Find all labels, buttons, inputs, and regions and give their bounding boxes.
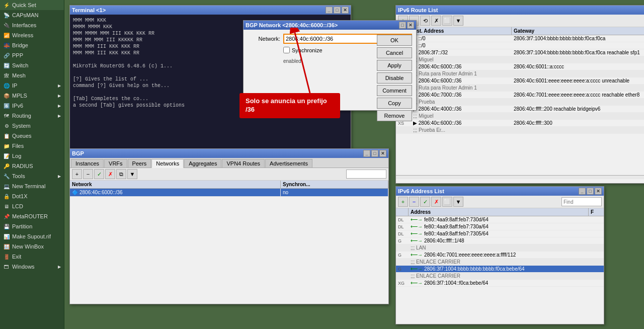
bgp-minimize-btn[interactable]: _ (363, 150, 370, 157)
sidebar-item-dot1x[interactable]: 🔒Dot1X (0, 191, 64, 201)
sidebar-item-files[interactable]: 📁Files (0, 141, 64, 151)
ipv6-addr-enable-btn[interactable]: ✓ (420, 197, 430, 207)
addr-data-row[interactable]: G⟵→2806:40c:7001:eeee:eeee:eeee:a:ffff/1… (396, 252, 604, 259)
sidebar-item-mpls[interactable]: 📦MPLS▶ (0, 91, 64, 101)
dialog-cancel-button[interactable]: Cancel (377, 47, 412, 58)
sidebar-item-bridge[interactable]: 🌉Bridge (0, 40, 64, 50)
terminal-close-btn[interactable]: ✕ (342, 7, 349, 14)
ipv6-addr-search-input[interactable] (561, 197, 602, 206)
sidebar-item-interfaces[interactable]: 🔌Interfaces (0, 20, 64, 30)
terminal-minimize-btn[interactable]: _ (326, 7, 333, 14)
sidebar-item-wireless[interactable]: 📶Wireless (0, 30, 64, 40)
bgp-tab-vpn4-routes[interactable]: VPN4 Routes (222, 159, 265, 168)
addr-data-row[interactable]: G⟵→2806:40c:ffff::1/48 (396, 237, 604, 244)
bgp-network-dialog-maximize-btn[interactable]: □ (399, 22, 406, 29)
route-data-row[interactable]: S▶ 2806:40c:6000::/362806:40c:6001::a:cc… (396, 63, 644, 70)
ipv6-route-btn4[interactable]: ✗ (431, 16, 441, 26)
sidebar-item-mesh[interactable]: 🕸Mesh (0, 70, 64, 80)
sidebar-item-new-winbox[interactable]: 🪟New WinBox (0, 241, 64, 252)
bgp-table-row[interactable]: 🔷2806:40c:6000::/36no (70, 189, 388, 197)
sidebar-item-capsman[interactable]: 📡CAPsMAN (0, 10, 64, 20)
sidebar-item-quick-set[interactable]: ⚡Quick Set (0, 0, 64, 10)
dialog-disable-button[interactable]: Disable (377, 72, 412, 84)
bgp-filter-btn[interactable]: ▼ (127, 169, 137, 179)
route-data-row[interactable]: AS▶ 2806:40c:7000::/362806:40c:7001:eeee… (396, 92, 644, 99)
ipv6-route-filter-btn[interactable]: ▼ (453, 16, 463, 26)
dialog-remove-button[interactable]: Remove (377, 110, 412, 121)
route-data-row[interactable]: DAb▶ 2806:3f7::/322806:3f7:1004:bbbb:bbb… (396, 49, 644, 56)
bgp-tab-advertisements[interactable]: Advertisements (265, 159, 312, 168)
route-data-row[interactable]: AS▶ 2806:40c:4000::/362806:40c:ffff::200… (396, 106, 644, 113)
bgp-disable-btn[interactable]: ✗ (105, 169, 115, 179)
dialog-comment-button[interactable]: Comment (377, 85, 412, 96)
sidebar-item-windows[interactable]: 🗔Windows▶ (0, 262, 64, 272)
ipv6-addr-disable-btn[interactable]: ✗ (431, 197, 441, 207)
capsman-icon: 📡 (3, 12, 10, 19)
sidebar-item-switch[interactable]: 🔄Switch (0, 60, 64, 70)
ppp-icon: 🔗 (3, 52, 10, 59)
addr-row-filter (589, 240, 604, 241)
route-data-row[interactable]: XS▶ 2806:40c:6000::/362806:40c:ffff::300 (396, 120, 644, 127)
bgp-tab-instances[interactable]: Instances (71, 159, 104, 168)
sidebar-item-queues[interactable]: 📋Queues (0, 131, 64, 141)
addr-row-filter (589, 219, 604, 220)
synchronize-checkbox[interactable] (283, 47, 290, 53)
sidebar-item-routing[interactable]: 🗺Routing▶ (0, 111, 64, 121)
sidebar-item-new-terminal[interactable]: 💻New Terminal (0, 181, 64, 191)
sidebar-item-tools[interactable]: 🔧Tools▶ (0, 171, 64, 181)
ipv6-route-btn3[interactable]: ⟲ (420, 16, 430, 26)
bgp-remove-btn[interactable]: − (83, 169, 93, 179)
addr-data-row[interactable]: G⟵→2806:3f7:1004:bbbb:bbbb:bbbb:f0ca:beb… (396, 266, 604, 273)
route-data-row[interactable]: DAb▶ ::/0 (396, 42, 644, 49)
route-row-dst: ▶ ::/0 (411, 42, 512, 49)
bgp-copy-btn[interactable]: ⧉ (116, 169, 126, 179)
addr-data-row[interactable]: DL⟵→fe80::4aa9:8aff:feb7:730a/64 (396, 223, 604, 230)
sidebar-item-ppp[interactable]: 🔗PPP (0, 50, 64, 60)
sidebar-item-lcd[interactable]: 🖥LCD (0, 201, 64, 211)
bgp-add-btn[interactable]: + (72, 169, 82, 179)
ipv6-addr-minimize-btn[interactable]: _ (579, 188, 586, 195)
bgp-tab-vrfs[interactable]: VRFs (104, 159, 127, 168)
ipv6-addr-maximize-btn[interactable]: □ (587, 188, 594, 195)
bgp-maximize-btn[interactable]: □ (371, 150, 378, 157)
sidebar-item-radius[interactable]: 🔑RADIUS (0, 161, 64, 171)
bgp-table-body: 🔷2806:40c:6000::/36no (70, 189, 388, 296)
route-data-row[interactable]: XS▶ ::/02806:3f7:1004:bbbb:bbbb:bbbb:f0c… (396, 35, 644, 42)
bgp-table-header: Network Synchron... (70, 181, 388, 189)
addr-data-row[interactable]: DL⟵→fe80::4aa9:8aff:feb7:730d/64 (396, 216, 604, 223)
sidebar-item-ip[interactable]: 🌐IP▶ (0, 80, 64, 91)
network-field-label: Network: (248, 36, 280, 42)
bgp-network-dialog-close-btn[interactable]: ✕ (407, 22, 414, 29)
route-data-row[interactable]: S▶ 2806:40c:6000::/362806:40c:6001:eeee:… (396, 77, 644, 85)
sidebar-item-metarouter[interactable]: 📌MetaROUTER (0, 211, 64, 221)
bgp-search-input[interactable] (346, 170, 386, 179)
ipv6-addr-add-btn[interactable]: + (398, 197, 408, 207)
route-comment-text: ;;; Prueba (411, 99, 644, 105)
addr-icon: ⟵→ (411, 231, 423, 236)
sidebar-arrow-tools: ▶ (58, 174, 61, 179)
sidebar-item-ipv6[interactable]: 6️⃣IPv6▶ (0, 101, 64, 111)
bgp-tab-networks[interactable]: Networks (151, 159, 184, 168)
addr-row-addr: ⟵→2806:40c:ffff::1/48 (409, 237, 589, 244)
sidebar-item-partition[interactable]: 💾Partition (0, 221, 64, 231)
sidebar-item-exit[interactable]: 🚪Exit (0, 252, 64, 262)
sidebar-item-make-supout[interactable]: 📊Make Supout.rif (0, 231, 64, 241)
terminal-maximize-btn[interactable]: □ (334, 7, 341, 14)
ipv6-addr-remove-btn[interactable]: − (409, 197, 419, 207)
ipv6-addr-close-btn[interactable]: ✕ (595, 188, 602, 195)
dialog-ok-button[interactable]: OK (377, 35, 412, 46)
bgp-tab-aggregates[interactable]: Aggregates (184, 159, 221, 168)
addr-data-row[interactable]: XG⟵→2806:3f7:1004::f0ca:bebe/64 (396, 280, 604, 287)
addr-data-row[interactable]: DL⟵→fe80::4aa9:8aff:feb7:7305/64 (396, 230, 604, 237)
dialog-apply-button[interactable]: Apply (377, 60, 412, 71)
sidebar-item-log[interactable]: 📝Log (0, 151, 64, 161)
addr-comment-row: ;;; ENLACE CARRIER (396, 259, 604, 266)
dialog-copy-button[interactable]: Copy (377, 98, 412, 109)
ipv6-route-btn5[interactable]: ⬜ (442, 16, 452, 26)
bgp-enable-btn[interactable]: ✓ (94, 169, 104, 179)
sidebar-item-system[interactable]: ⚙System (0, 121, 64, 131)
bgp-tab-peers[interactable]: Peers (128, 159, 151, 168)
ipv6-addr-copy-btn[interactable]: ⬜ (442, 197, 452, 207)
ipv6-addr-filter-btn[interactable]: ▼ (453, 197, 463, 207)
bgp-close-btn[interactable]: ✕ (379, 150, 386, 157)
